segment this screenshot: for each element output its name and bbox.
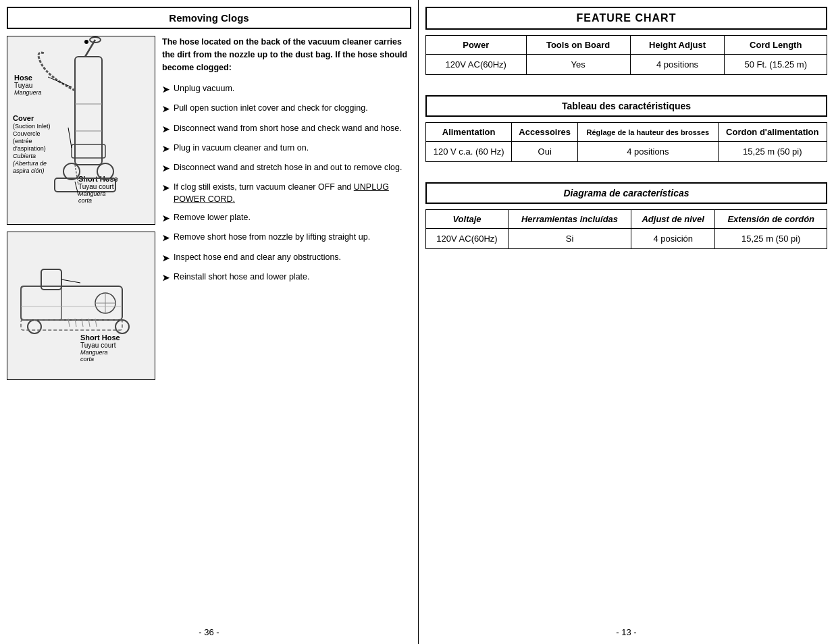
svg-rect-15 bbox=[21, 286, 61, 320]
svg-line-7 bbox=[75, 165, 78, 185]
images-column: Hose Tuyau Manguera Cover (Suction Inlet… bbox=[7, 36, 155, 614]
step-4-text: Plug in vacuum cleaner and turn on. bbox=[174, 142, 411, 155]
step-8-arrow: ➤ bbox=[162, 232, 170, 244]
instructions-column: The hose located on the back of the vacu… bbox=[162, 36, 411, 614]
right-panel: FEATURE CHART Power Tools on Board Heigh… bbox=[419, 0, 834, 644]
english-data-power: 120V AC(60Hz) bbox=[426, 55, 527, 75]
step-7-text: Remove lower plate. bbox=[174, 212, 411, 224]
svg-point-5 bbox=[97, 163, 113, 180]
svg-line-23 bbox=[61, 279, 80, 283]
english-data-row: 120V AC(60Hz) Yes 4 positions 50 Ft. (15… bbox=[426, 55, 827, 75]
english-header-height: Height Adjust bbox=[630, 36, 725, 55]
english-header-row: Power Tools on Board Height Adjust Cord … bbox=[426, 36, 827, 55]
svg-point-4 bbox=[63, 163, 80, 180]
step-9: ➤ Inspect hose end and clear any obstruc… bbox=[162, 252, 411, 265]
french-title: Tableau des caractéristiques bbox=[425, 95, 827, 117]
spanish-header-row: Voltaje Herramientas incluídas Adjust de… bbox=[426, 210, 827, 229]
step-6-underline: UNPLUG POWER CORD. bbox=[174, 182, 389, 204]
spanish-title: Diagrama de características bbox=[425, 182, 827, 204]
french-data-cord: 15,25 m (50 pi) bbox=[718, 142, 827, 162]
french-data-tools: Oui bbox=[512, 142, 578, 162]
step-1-text: Unplug vacuum. bbox=[174, 83, 411, 95]
step-2-text: Pull open suction inlet cover and check … bbox=[174, 103, 411, 115]
section-title-text: Removing Clogs bbox=[169, 12, 249, 24]
english-data-cord: 50 Ft. (15.25 m) bbox=[725, 55, 827, 75]
spanish-data-tools: Si bbox=[509, 229, 631, 249]
step-7: ➤ Remove lower plate. bbox=[162, 212, 411, 225]
step-5-text: Disconnect wand and stretch hose in and … bbox=[174, 162, 411, 174]
svg-point-20 bbox=[28, 320, 41, 333]
step-10-text: Reinstall short hose and lower plate. bbox=[174, 271, 411, 284]
french-header-tools: Accessoires bbox=[512, 123, 578, 142]
feature-chart-title: FEATURE CHART bbox=[425, 7, 827, 30]
step-8: ➤ Remove short hose from nozzle by lifti… bbox=[162, 232, 411, 244]
spanish-header-voltage: Voltaje bbox=[426, 210, 509, 229]
spanish-table: Voltaje Herramientas incluídas Adjust de… bbox=[425, 209, 827, 249]
french-table: Alimentation Accessoires Réglage de la h… bbox=[425, 122, 827, 162]
page-number-right: - 13 - bbox=[425, 614, 827, 637]
spanish-data-row: 120V AC(60Hz) Si 4 posición 15,25 m (50 … bbox=[426, 229, 827, 249]
step-8-text: Remove short hose from nozzle by lifting… bbox=[174, 232, 411, 244]
step-5: ➤ Disconnect wand and stretch hose in an… bbox=[162, 162, 411, 175]
svg-line-11 bbox=[68, 128, 72, 148]
step-1-arrow: ➤ bbox=[162, 84, 170, 96]
spanish-data-cord: 15,25 m (50 pi) bbox=[715, 229, 827, 249]
spanish-header-tools: Herramientas incluídas bbox=[509, 210, 631, 229]
step-9-text: Inspect hose end and clear any obstructi… bbox=[174, 252, 411, 264]
step-10-arrow: ➤ bbox=[162, 272, 170, 284]
label-short-hose-bottom: Short Hose Tuyau court Manguera corta bbox=[80, 333, 120, 363]
french-header-height: Réglage de la hauteur des brosses bbox=[578, 123, 719, 142]
step-3-arrow: ➤ bbox=[162, 124, 170, 136]
step-5-arrow: ➤ bbox=[162, 163, 170, 175]
left-content: Hose Tuyau Manguera Cover (Suction Inlet… bbox=[7, 36, 411, 614]
section-title: Removing Clogs bbox=[7, 7, 411, 29]
step-3-text: Disconnect wand from short hose and chec… bbox=[174, 123, 411, 135]
step-2: ➤ Pull open suction inlet cover and chec… bbox=[162, 103, 411, 115]
english-data-height: 4 positions bbox=[630, 55, 725, 75]
step-6-arrow: ➤ bbox=[162, 182, 170, 194]
spanish-data-adjust: 4 posición bbox=[631, 229, 715, 249]
page-number-left: - 36 - bbox=[7, 614, 411, 637]
french-data-height: 4 positions bbox=[578, 142, 719, 162]
french-data-power: 120 V c.a. (60 Hz) bbox=[426, 142, 512, 162]
svg-rect-3 bbox=[72, 144, 105, 158]
left-panel: Removing Clogs Hose Tuyau Manguera Cover… bbox=[0, 0, 419, 644]
svg-line-12 bbox=[75, 182, 78, 195]
vacuum-top-svg bbox=[7, 36, 155, 225]
english-data-tools: Yes bbox=[526, 55, 630, 75]
svg-rect-22 bbox=[21, 320, 122, 330]
step-6: ➤ If clog still exists, turn vacuum clea… bbox=[162, 182, 411, 205]
step-4-arrow: ➤ bbox=[162, 143, 170, 155]
step-2-arrow: ➤ bbox=[162, 103, 170, 115]
svg-point-13 bbox=[84, 40, 88, 44]
vacuum-top-image: Hose Tuyau Manguera Cover (Suction Inlet… bbox=[7, 36, 155, 225]
spanish-data-voltage: 120V AC(60Hz) bbox=[426, 229, 509, 249]
french-header-power: Alimentation bbox=[426, 123, 512, 142]
spanish-header-adjust: Adjust de nivel bbox=[631, 210, 715, 229]
french-header-cord: Cordon d'alimentation bbox=[718, 123, 827, 142]
step-7-arrow: ➤ bbox=[162, 213, 170, 225]
step-4: ➤ Plug in vacuum cleaner and turn on. bbox=[162, 142, 411, 155]
english-header-tools: Tools on Board bbox=[526, 36, 630, 55]
svg-rect-6 bbox=[55, 178, 115, 192]
french-header-row: Alimentation Accessoires Réglage de la h… bbox=[426, 123, 827, 142]
step-3: ➤ Disconnect wand from short hose and ch… bbox=[162, 123, 411, 136]
spanish-header-cord: Extensión de cordón bbox=[715, 210, 827, 229]
step-9-arrow: ➤ bbox=[162, 252, 170, 265]
english-header-cord: Cord Length bbox=[725, 36, 827, 55]
french-data-row: 120 V c.a. (60 Hz) Oui 4 positions 15,25… bbox=[426, 142, 827, 162]
svg-rect-0 bbox=[75, 57, 102, 165]
step-10: ➤ Reinstall short hose and lower plate. bbox=[162, 271, 411, 284]
step-6-text: If clog still exists, turn vacuum cleane… bbox=[174, 182, 411, 205]
step-1: ➤ Unplug vacuum. bbox=[162, 83, 411, 96]
vacuum-bottom-image: Short Hose Tuyau court Manguera corta bbox=[7, 232, 155, 380]
english-header-power: Power bbox=[426, 36, 527, 55]
intro-text: The hose located on the back of the vacu… bbox=[162, 36, 411, 74]
english-table: Power Tools on Board Height Adjust Cord … bbox=[425, 35, 827, 75]
svg-line-10 bbox=[48, 77, 72, 87]
